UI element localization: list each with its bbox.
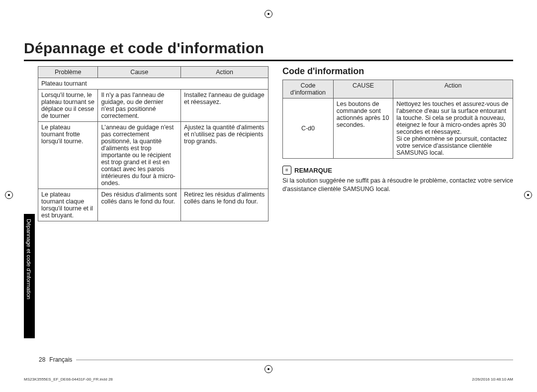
table-row: C-d0 Les boutons de commande sont action… xyxy=(283,98,513,159)
page-language: Français xyxy=(49,356,72,363)
th-code: Code d'information xyxy=(283,80,334,98)
cell-action: Ajustez la quantité d'aliments et n'util… xyxy=(181,122,268,189)
category-turntable: Plateau tournant xyxy=(38,78,268,90)
section-tab: Dépannage et code d'information xyxy=(24,214,35,338)
note-label: REMARQUE xyxy=(294,167,332,174)
print-registration-left xyxy=(5,191,13,201)
th-problem: Problème xyxy=(38,67,98,78)
print-registration-bottom xyxy=(265,365,272,375)
doc-reference: MS23K3555ES_EF_DE68-04431F-00_FR.indd 28 xyxy=(24,377,113,382)
cell-action: Retirez les résidus d'aliments collés da… xyxy=(181,189,268,221)
th-action: Action xyxy=(393,80,513,98)
cell-problem: Le plateau tournant claque lorsqu'il tou… xyxy=(38,189,98,221)
page-title: Dépannage et code d'information xyxy=(24,40,513,61)
cell-code: C-d0 xyxy=(283,98,334,159)
note-block: ≡ REMARQUE Si la solution suggérée ne su… xyxy=(282,166,513,194)
page-number: 28 xyxy=(39,356,45,363)
section-tab-label: Dépannage et code d'information xyxy=(26,219,32,299)
th-cause: Cause xyxy=(98,67,181,78)
cell-problem: Lorsqu'il tourne, le plateau tournant se… xyxy=(38,90,98,122)
print-registration-top xyxy=(265,10,272,20)
table-row: Lorsqu'il tourne, le plateau tournant se… xyxy=(38,90,268,122)
page-footer: 28 Français xyxy=(39,356,513,363)
troubleshooting-table: Problème Cause Action Plateau tournant L… xyxy=(38,66,268,221)
cell-problem: Le plateau tournant frotte lorsqu'il tou… xyxy=(38,122,98,189)
footer-rule xyxy=(76,360,513,360)
cell-action: Nettoyez les touches et assurez-vous de … xyxy=(393,98,513,159)
cell-cause: Des résidus d'aliments sont collés dans … xyxy=(98,189,181,221)
cell-action: Installez l'anneau de guidage et réessay… xyxy=(181,90,268,122)
th-cause: CAUSE xyxy=(333,80,393,98)
info-code-heading: Code d'information xyxy=(282,66,513,77)
info-code-table: Code d'information CAUSE Action C-d0 Les… xyxy=(282,80,513,159)
table-row: Le plateau tournant claque lorsqu'il tou… xyxy=(38,189,268,221)
th-action: Action xyxy=(181,67,268,78)
print-registration-right xyxy=(524,191,532,201)
cell-cause: L'anneau de guidage n'est pas correcteme… xyxy=(98,122,181,189)
note-icon: ≡ xyxy=(282,166,291,175)
note-text: Si la solution suggérée ne suffit pas à … xyxy=(282,177,513,194)
table-row: Le plateau tournant frotte lorsqu'il tou… xyxy=(38,122,268,189)
cell-cause: Les boutons de commande sont actionnés a… xyxy=(333,98,393,159)
cell-cause: Il n'y a pas l'anneau de guidage, ou de … xyxy=(98,90,181,122)
doc-timestamp: 2/26/2016 10:48:10 AM xyxy=(472,377,513,382)
